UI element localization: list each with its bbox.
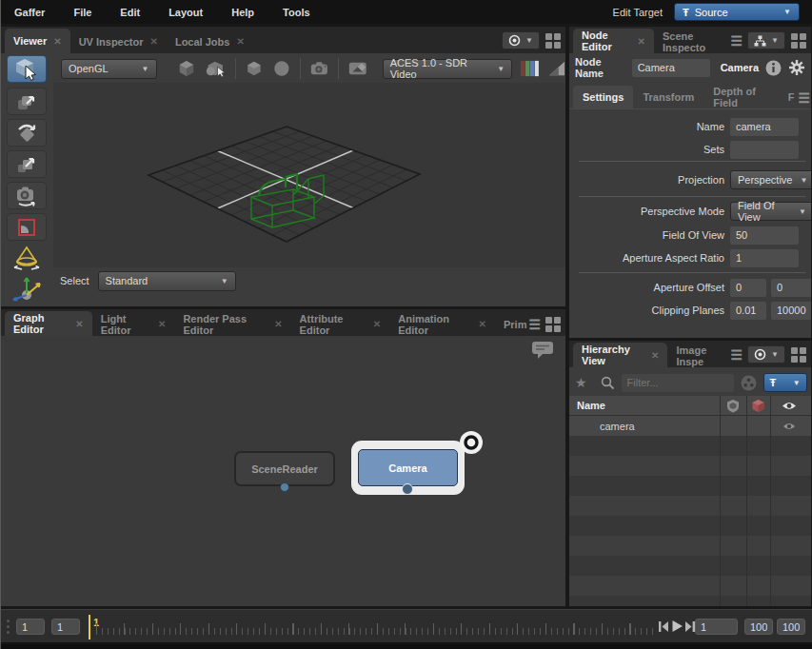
tab-settings[interactable]: Settings xyxy=(573,86,633,108)
image-layers-icon[interactable] xyxy=(347,59,368,78)
focus-dot-icon[interactable] xyxy=(458,429,485,456)
field-of-view-input[interactable] xyxy=(730,226,799,245)
channels-rgb-icon[interactable] xyxy=(521,59,540,78)
edit-scope-dropdown[interactable]: Ŧ ▼ xyxy=(763,373,807,392)
crop-window-tool-button[interactable] xyxy=(7,213,47,241)
menu-edit[interactable]: Edit xyxy=(120,7,140,18)
tab-hierarchy-view[interactable]: Hierarchy View ✕ xyxy=(573,343,667,367)
viewer-target-button[interactable]: ▼ xyxy=(502,31,540,49)
clipping-near-input[interactable] xyxy=(730,302,766,320)
timeline-increment-input[interactable] xyxy=(51,619,80,635)
menu-icon[interactable]: ☰ xyxy=(528,317,540,332)
menu-icon[interactable]: ☰ xyxy=(796,90,811,108)
exposure-gamma-icon[interactable] xyxy=(548,60,565,77)
select-tool-button[interactable] xyxy=(7,55,47,83)
display-transform-dropdown[interactable]: ACES 1.0 - SDR Video ▼ xyxy=(383,59,513,79)
tab-animation-editor[interactable]: Animation Editor ✕ xyxy=(389,312,495,336)
annotation-bubble-icon[interactable] xyxy=(530,340,555,361)
menu-help[interactable]: Help xyxy=(231,7,254,18)
camera-wireframe[interactable] xyxy=(251,174,324,227)
close-icon[interactable]: ✕ xyxy=(373,319,381,329)
tab-image-inspector-truncated[interactable]: Image Inspe xyxy=(667,344,730,367)
aperture-aspect-ratio-input[interactable] xyxy=(730,249,799,267)
menu-file[interactable]: File xyxy=(73,7,91,18)
tab-transform[interactable]: Transform xyxy=(633,86,703,108)
scale-tool-button[interactable] xyxy=(7,150,47,178)
close-icon[interactable]: ✕ xyxy=(274,319,282,329)
node-scenereader[interactable]: SceneReader xyxy=(234,451,335,486)
node-camera[interactable]: Camera xyxy=(358,449,458,486)
column-render-visibility[interactable] xyxy=(746,399,770,413)
layout-grid-icon[interactable] xyxy=(545,33,561,49)
tab-depth-of-field[interactable]: Depth of Field xyxy=(703,86,786,108)
sphere-icon[interactable] xyxy=(272,58,291,79)
play-button[interactable] xyxy=(671,620,683,633)
hierarchy-target-button[interactable]: ▼ xyxy=(747,345,785,364)
skip-to-start-button[interactable] xyxy=(658,620,669,633)
playback-end-input[interactable] xyxy=(777,619,805,635)
perspective-mode-dropdown[interactable]: Field Of View ▼ xyxy=(730,202,811,221)
timeline-handle[interactable] xyxy=(7,620,10,635)
tab-render-pass-editor[interactable]: Render Pass Editor ✕ xyxy=(174,312,290,336)
close-icon[interactable]: ✕ xyxy=(479,319,486,329)
layout-grid-icon[interactable] xyxy=(791,347,806,363)
hierarchy-row-camera[interactable]: camera xyxy=(569,416,811,436)
expansion-icon[interactable] xyxy=(741,375,757,391)
rotate-tool-button[interactable] xyxy=(7,119,47,147)
node-output-port[interactable] xyxy=(280,482,289,492)
close-icon[interactable]: ✕ xyxy=(651,350,659,361)
menu-layout[interactable]: Layout xyxy=(168,7,203,18)
tab-viewer[interactable]: Viewer ✕ xyxy=(5,29,70,53)
tab-render-truncated[interactable]: F xyxy=(786,86,797,108)
translate-tool-button[interactable] xyxy=(7,88,47,115)
close-icon[interactable]: ✕ xyxy=(158,319,166,329)
menu-gaffer[interactable]: Gaffer xyxy=(14,7,45,18)
column-name[interactable]: Name xyxy=(569,400,720,411)
close-icon[interactable]: ✕ xyxy=(75,319,83,329)
projection-dropdown[interactable]: Perspective ▼ xyxy=(730,170,811,189)
close-icon[interactable]: ✕ xyxy=(236,36,244,47)
renderer-dropdown[interactable]: OpenGL ▼ xyxy=(61,59,157,79)
aperture-offset-y-input[interactable] xyxy=(771,279,811,297)
column-set-membership[interactable] xyxy=(720,399,746,413)
timeline-start-input[interactable] xyxy=(16,619,45,635)
light-tool-button[interactable] xyxy=(7,244,47,271)
close-icon[interactable]: ✕ xyxy=(150,36,158,47)
tab-prim-truncated[interactable]: Prim xyxy=(495,312,528,336)
current-frame-input[interactable] xyxy=(695,619,738,635)
tab-local-jobs[interactable]: Local Jobs ✕ xyxy=(167,30,253,53)
tab-attribute-editor[interactable]: Attribute Editor ✕ xyxy=(291,312,390,336)
tab-node-editor[interactable]: Node Editor ✕ xyxy=(573,29,654,53)
filter-input[interactable] xyxy=(622,374,734,392)
menu-icon[interactable]: ☰ xyxy=(731,33,743,49)
camera-tool-button[interactable] xyxy=(7,182,47,209)
close-icon[interactable]: ✕ xyxy=(53,36,61,47)
tab-uv-inspector[interactable]: UV Inspector ✕ xyxy=(70,30,167,53)
edit-target-dropdown[interactable]: Ŧ Source ▼ xyxy=(674,3,800,21)
info-icon[interactable] xyxy=(765,60,782,76)
camera-icon[interactable] xyxy=(309,59,330,78)
column-visibility[interactable] xyxy=(770,401,808,411)
star-icon[interactable]: ★ xyxy=(575,375,587,390)
tab-light-editor[interactable]: Light Editor ✕ xyxy=(92,312,175,336)
aperture-offset-x-input[interactable] xyxy=(730,279,766,297)
node-set-button[interactable]: ▼ xyxy=(747,31,785,49)
layout-grid-icon[interactable] xyxy=(545,317,561,332)
menu-icon[interactable]: ☰ xyxy=(731,347,743,363)
name-input[interactable] xyxy=(730,118,799,136)
node-output-port[interactable] xyxy=(402,483,413,495)
transform-gizmo-tool-button[interactable] xyxy=(7,274,47,302)
viewport-3d[interactable] xyxy=(53,83,565,267)
node-name-input[interactable] xyxy=(632,59,710,77)
selection-mode-icon[interactable] xyxy=(205,58,227,79)
clipping-far-input[interactable] xyxy=(771,302,811,320)
playhead-line[interactable] xyxy=(89,615,90,639)
sets-input[interactable] xyxy=(730,141,799,159)
shading-cube-icon[interactable] xyxy=(177,58,196,79)
row-visibility-toggle[interactable] xyxy=(770,422,808,431)
menu-tools[interactable]: Tools xyxy=(283,7,310,18)
solid-cube-icon[interactable] xyxy=(245,58,264,79)
layout-grid-icon[interactable] xyxy=(791,33,806,49)
select-dropdown[interactable]: Standard ▼ xyxy=(98,271,236,291)
gear-icon[interactable] xyxy=(788,59,805,76)
